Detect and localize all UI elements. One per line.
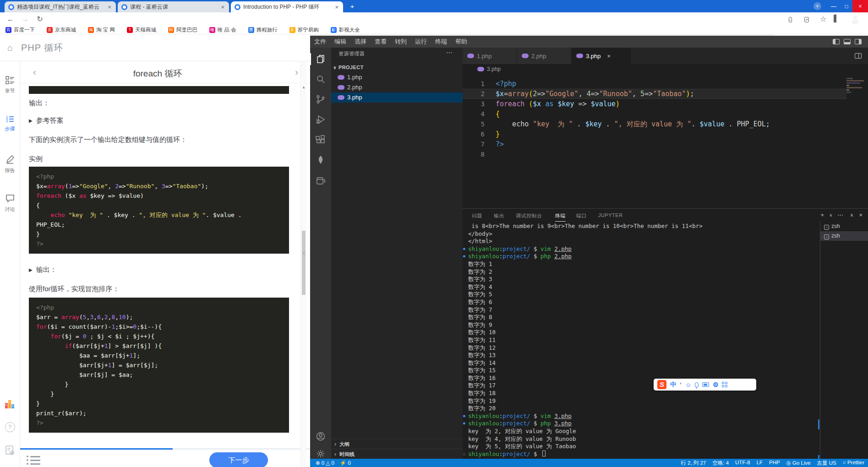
eol-status[interactable]: LF [757,460,763,467]
terminal-instance-zsh-1[interactable]: >zsh [820,222,868,231]
indentation-status[interactable]: 空格: 4 [712,460,729,467]
panel-tab-output[interactable]: 输出 [494,212,504,219]
panel-tab-terminal[interactable]: 终端 [555,212,566,222]
file-row-1php[interactable]: 1.php [331,72,463,82]
tab-close-icon[interactable]: × [607,53,611,60]
ime-settings-gear-icon[interactable]: ⚙ [713,381,719,388]
prettier-status[interactable]: ○ Prettier [843,460,864,467]
side-panel-icon[interactable] [835,14,836,23]
menu-help[interactable]: 帮助 [451,38,471,46]
panel-more-icon[interactable]: ⋯ [837,212,843,218]
explorer-activity-icon[interactable] [316,54,326,64]
panel-tab-problems[interactable]: 问题 [472,212,482,219]
new-tab-button[interactable]: + [348,2,356,11]
window-minimize-button[interactable]: — [827,0,840,12]
menu-goto[interactable]: 转到 [391,38,411,46]
bookmark-suning[interactable]: 苏苏宁易购 [289,27,319,33]
page-scrollbar[interactable]: ▲ [300,61,306,467]
scrollbar-thumb[interactable] [302,231,306,295]
cursor-position-status[interactable]: 行 2, 列 27 [681,460,706,467]
tab-close-icon[interactable]: × [334,4,339,11]
timeline-section[interactable]: ›时间线 [331,449,463,459]
help-entry[interactable]: ? [0,422,20,432]
breadcrumb[interactable]: 3.php [463,64,868,74]
source-control-activity-icon[interactable] [316,94,326,104]
run-debug-activity-icon[interactable] [316,114,326,125]
settings-gear-icon[interactable] [316,449,326,459]
panel-tab-debug-console[interactable]: 调试控制台 [516,212,542,219]
bookmark-tmall[interactable]: T天猫商城 [127,27,156,33]
ime-microphone-icon[interactable] [695,382,699,387]
project-folder-row[interactable]: ∨PROJECT [331,62,463,72]
editor-tab-2php[interactable]: 2.php [517,48,571,64]
menu-terminal[interactable]: 终端 [431,38,451,46]
account-icon[interactable] [316,431,326,441]
window-maximize-button[interactable]: □ [840,0,853,12]
sidebar-item-chapters[interactable]: 章节 [0,76,20,94]
bookmark-alibaba[interactable]: 阿阿里巴巴 [168,27,197,33]
new-terminal-icon[interactable]: + [820,212,824,218]
browser-tab-3-active[interactable]: Introduction to PHP - PHP 循环 × [231,1,343,12]
window-close-button[interactable]: × [852,0,868,12]
sogou-logo[interactable]: S [657,380,666,389]
menu-run[interactable]: 运行 [411,38,431,46]
minimap[interactable] [846,78,867,94]
explorer-more-icon[interactable]: ⋯ [446,49,453,56]
step-list-icon[interactable] [27,456,40,467]
pane-collapse-handle[interactable]: ‹ [303,249,305,256]
tab-close-icon[interactable]: × [107,4,112,11]
output-toggle[interactable]: ▶输出： [29,266,57,274]
browser-tab-2[interactable]: 课程 - 蓝桥云课 × [118,1,229,12]
search-activity-icon[interactable] [316,74,326,84]
sync-status[interactable]: ⚡ 0 [340,460,351,466]
panel-tab-ports[interactable]: 端口 [576,212,587,219]
ime-emoji-icon[interactable]: ☺ [685,381,691,388]
maximize-panel-icon[interactable]: ∧ [850,212,853,217]
panel-tab-jupyter[interactable]: JUPYTER [598,212,623,218]
menu-selection[interactable]: 选择 [350,38,371,46]
layout-status[interactable]: 左显 US [817,460,836,467]
go-live-status[interactable]: ◎ Go Live [786,460,811,467]
terminal-dropdown-icon[interactable]: ∨ [829,213,832,217]
language-mode-status[interactable]: PHP [769,460,780,467]
sidebar-item-steps[interactable]: 1 2 3 步骤 [0,115,20,132]
ranking-entry[interactable]: 2 1 3 [0,399,20,411]
toggle-sidebar-icon[interactable] [833,39,840,44]
sidebar-item-discussion[interactable]: 讨论 [0,194,20,213]
answer-toggle[interactable]: ▶参考答案 [29,116,64,125]
menu-view[interactable]: 查看 [371,38,391,46]
menu-edit[interactable]: 编辑 [330,38,350,46]
ime-language-toggle[interactable]: 中 [670,380,676,389]
encoding-status[interactable]: UTF-8 [735,460,750,467]
bookmark-baidu[interactable]: 百百度一下 [5,27,35,33]
toggle-secondary-sidebar-icon[interactable] [855,39,862,44]
problems-status[interactable]: ⊗ 0 △ 0 [316,460,334,466]
toggle-panel-icon[interactable] [844,39,851,44]
terminal-output[interactable]: is 8<br>The number is 9<br>The number is… [468,223,813,459]
home-icon[interactable]: ⌂ [7,43,13,53]
reload-icon[interactable]: ↻ [35,14,45,24]
tab-close-icon[interactable]: × [220,4,225,11]
extensions-activity-icon[interactable] [316,135,326,145]
bookmark-star-icon[interactable]: ☆ [820,15,826,23]
reading-list-icon[interactable]: ↓ [789,17,792,22]
ime-punctuation-toggle[interactable]: ’ [680,381,682,388]
ime-toolbox-grid-icon[interactable] [722,382,727,387]
editor-tab-1php[interactable]: 1.php [463,48,517,64]
bookmark-yingshi[interactable]: 影影视大全 [331,27,360,33]
editor-tab-3php-active[interactable]: 3.php × [572,48,631,64]
outline-section[interactable]: ›大纲 [331,439,463,449]
sidebar-item-report[interactable]: 报告 [0,155,20,174]
forward-icon[interactable]: → [20,14,30,24]
bookmark-ctrip[interactable]: 携携程旅行 [248,27,278,33]
bookmark-taobao[interactable]: 淘淘 宝 网 [88,27,115,33]
next-step-button[interactable]: 下一步 [209,452,268,467]
menu-file[interactable]: 文件 [310,38,330,46]
bookmark-jd[interactable]: 京京东商城 [47,27,76,33]
file-row-2php[interactable]: 2.php [331,82,463,92]
close-panel-icon[interactable]: × [859,212,863,218]
back-icon[interactable]: ← [5,14,16,24]
file-row-3php-selected[interactable]: 3.php [331,92,463,103]
report-error-entry[interactable] [0,445,20,458]
split-editor-icon[interactable] [855,53,862,59]
